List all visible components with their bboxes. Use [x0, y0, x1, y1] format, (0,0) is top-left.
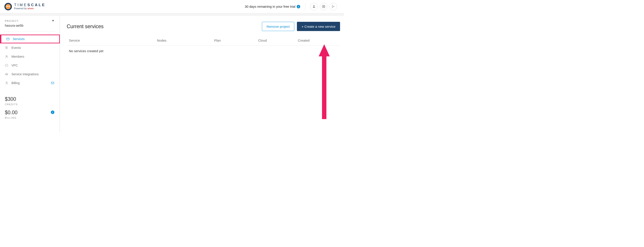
members-icon: [5, 55, 8, 58]
project-selector[interactable]: PROJECT: hasura-ae5b ▼: [0, 20, 59, 31]
topbar: TIMESCALE Powered by aiven 30 days remai…: [0, 0, 344, 13]
sidebar-item-billing[interactable]: Billing: [0, 78, 59, 88]
billing-icon: [5, 81, 8, 85]
tiger-logo-icon: [4, 3, 12, 10]
project-label: PROJECT:: [5, 20, 52, 22]
balances: $300 CREDITS $0.00 BILLING i: [0, 88, 59, 119]
help-icon[interactable]: [320, 3, 327, 10]
sidebar-item-services[interactable]: Services: [0, 34, 60, 43]
brand-subline-prefix: Powered by: [14, 7, 28, 10]
sidebar-item-label: VPC: [12, 64, 18, 67]
svg-rect-18: [51, 82, 54, 84]
sidebar-item-label: Service Integrations: [12, 72, 39, 76]
billing-label: BILLING: [5, 116, 54, 119]
logout-icon[interactable]: [330, 3, 337, 10]
svg-point-15: [6, 82, 7, 83]
cloud-icon: [5, 64, 8, 67]
brand-title-bold: SCALE: [28, 3, 46, 7]
sidebar-item-label: Billing: [12, 81, 20, 85]
brand-text: TIMESCALE Powered by aiven: [14, 3, 46, 10]
svg-line-4: [322, 7, 323, 8]
brand-title-light: TIME: [14, 3, 28, 7]
header-strip: [0, 13, 344, 16]
billing-amount: $0.00: [5, 110, 54, 116]
main-content: Current services Remove project + Create…: [60, 16, 344, 132]
svg-point-1: [323, 6, 324, 7]
credits-label: CREDITS: [5, 103, 54, 106]
credits-amount: $300: [5, 96, 54, 102]
chevron-down-icon[interactable]: ▼: [52, 19, 54, 22]
info-icon[interactable]: i: [51, 110, 54, 114]
info-icon[interactable]: i: [297, 5, 300, 8]
svg-line-5: [324, 7, 325, 8]
svg-line-3: [324, 6, 325, 6]
services-icon: [6, 37, 10, 41]
trial-remaining-text: 30 days remaining in your free trial: [245, 4, 295, 8]
page-title: Current services: [67, 24, 104, 30]
sidebar-divider: [4, 31, 55, 32]
sidebar-item-label: Events: [12, 46, 21, 50]
sidebar-item-members[interactable]: Members: [0, 52, 59, 61]
sidebar-item-label: Services: [13, 37, 25, 41]
sidebar: PROJECT: hasura-ae5b ▼ Services Events M…: [0, 16, 60, 132]
mail-icon: [51, 81, 54, 85]
sidebar-item-vpc[interactable]: VPC: [0, 61, 59, 70]
svg-point-14: [6, 56, 7, 56]
col-nodes: Nodes: [157, 38, 214, 42]
services-table-header: Service Nodes Plan Cloud Created: [67, 38, 340, 46]
sidebar-item-label: Members: [12, 55, 24, 58]
col-created: Created: [298, 38, 338, 42]
brand-logo[interactable]: TIMESCALE Powered by aiven: [4, 3, 46, 10]
sidebar-item-integrations[interactable]: Service Integrations: [0, 70, 59, 78]
create-service-button[interactable]: + Create a new service: [297, 22, 340, 31]
remove-project-button[interactable]: Remove project: [262, 22, 294, 31]
services-table: Service Nodes Plan Cloud Created No serv…: [67, 38, 340, 56]
brand-subline-brand: aiven: [28, 7, 34, 10]
col-cloud: Cloud: [258, 38, 298, 42]
events-icon: [5, 46, 8, 50]
svg-line-2: [322, 6, 323, 6]
sidebar-item-events[interactable]: Events: [0, 43, 59, 52]
svg-rect-7: [6, 38, 9, 40]
user-icon[interactable]: [310, 3, 318, 10]
services-empty-text: No services created yet: [67, 46, 340, 56]
col-service: Service: [69, 38, 157, 42]
project-name: hasura-ae5b: [5, 24, 52, 27]
topbar-divider: [305, 3, 305, 10]
trial-remaining: 30 days remaining in your free trial i: [245, 4, 300, 8]
col-plan: Plan: [214, 38, 258, 42]
integrations-icon: [5, 72, 8, 76]
